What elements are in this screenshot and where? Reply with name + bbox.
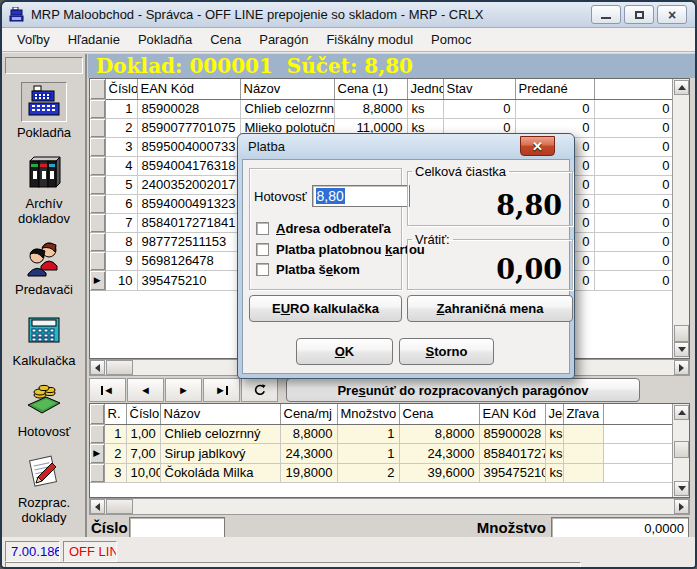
cell-extra: 0 [594,251,674,270]
total-amount-value: 8,80 [496,190,562,221]
change-group: Vrátiť: 0,00 [407,232,573,290]
people-icon [21,239,67,279]
cell-nazov: Čokoláda Milka [160,463,280,482]
checkbox-adresa-odberatela[interactable]: Adresa odberateľa [256,221,391,236]
maximize-button[interactable] [624,5,654,24]
cell-cislo: 1,00 [126,424,160,443]
euro-calculator-button[interactable]: EURO kalkulačka [249,295,402,322]
receipt-vertical-scrollbar[interactable] [672,404,689,497]
col-jednotka: Jednotka [407,79,443,99]
col-ean: EAN Kód [137,79,240,99]
close-button[interactable]: × [657,5,687,24]
hotovost-input[interactable]: 8,80 [312,185,410,207]
cell-cena: 24,3000 [399,443,479,463]
scroll-thumb[interactable] [674,325,689,342]
checkbox-icon [256,222,269,235]
minimize-button[interactable] [591,5,621,24]
scroll-down-button[interactable] [674,481,689,496]
cell-extra: 0 [594,232,674,251]
sidebar-item-predavaci[interactable]: Predavači [3,239,85,297]
close-icon: × [668,8,676,22]
sidebar: Pokladňa Archív dokl [3,54,87,537]
receipt-table-row[interactable]: ▶ 2 7,00 Sirup jablkový 24,3000 1 24,300… [90,443,674,463]
app-window: MRP Maloobchod - Správca - OFF LINE prep… [0,0,697,569]
move-to-open-receipts-button[interactable]: Presunúť do rozpracovaných paragónov [286,378,640,402]
menu-item[interactable]: Paragón [250,30,317,49]
foreign-currency-button[interactable]: Zahraničná mena [407,295,573,322]
next-record-button[interactable]: ► [165,378,202,402]
cell-ean: 8584017271841 [479,443,545,463]
cell-nazov: Sirup jablkový [160,443,280,463]
mnozstvo-input[interactable] [551,517,689,539]
scroll-right-button[interactable] [674,499,689,514]
receipt-table-row[interactable]: 1 1,00 Chlieb celozrnný 8,8000 1 8,8000 … [90,424,674,443]
total-amount-legend: Celková čiastka [412,164,509,179]
first-record-button[interactable]: ◄ [89,378,126,402]
dialog-title[interactable]: Platba [248,139,285,154]
scroll-left-button[interactable] [90,360,105,375]
ok-button[interactable]: OK [296,338,393,365]
items-vertical-scrollbar[interactable] [672,79,689,358]
refresh-button[interactable] [241,378,278,402]
menu-item[interactable]: Pokladňa [129,30,201,49]
total-amount-group: Celková čiastka 8,80 [407,164,573,226]
sidebar-label: Rozprac. doklady [4,495,84,525]
cislo-input[interactable] [129,517,225,539]
menu-item[interactable]: Pomoc [422,30,480,49]
cell-zlava [563,463,603,482]
scroll-up-button[interactable] [674,80,689,95]
scroll-left-button[interactable] [90,499,105,514]
cell-predane: 0 [515,99,594,118]
hint-status: Prechádzanie paragónu Enter oprava množs… [5,562,581,569]
window-title: MRP Maloobchod - Správca - OFF LINE prep… [31,7,484,22]
last-icon: ► [215,384,226,396]
scroll-up-button[interactable] [674,405,689,420]
cell-jed: ks [545,463,563,482]
scroll-right-button[interactable] [674,360,689,375]
minimize-icon [601,16,611,19]
cell-ean: 2400352002017 [137,175,240,194]
receipt-table-row[interactable]: 3 10,00 Čokoláda Milka 19,8000 2 39,6000… [90,463,674,482]
payment-options-group: Hotovosť 8,80 Adresa odberateľa Platba p… [249,168,402,290]
cell-r: 1 [104,424,126,443]
cell-ean: 395475210 [137,270,240,290]
col-nazov: Názov [240,79,334,99]
menu-item[interactable]: Cena [201,30,250,49]
scroll-thumb[interactable] [106,499,133,514]
menu-item[interactable]: Fiškálny modul [317,30,422,49]
menu-item[interactable]: Voľby [8,30,59,49]
cell-extra: 0 [594,194,674,213]
sidebar-item-rozprac[interactable]: Rozprac. doklady [3,452,85,525]
sidebar-item-pokladna[interactable]: Pokladňa [3,82,85,140]
sidebar-item-kalkulacka[interactable]: Kalkulačka [3,310,85,368]
sidebar-item-hotovost[interactable]: Hotovosť [3,381,85,439]
cell-jednotka: ks [407,99,443,118]
items-table-row[interactable]: 1 85900028 Chlieb celozrnný 8,8000 ks 0 … [90,99,674,118]
scroll-thumb[interactable] [106,360,133,375]
status-bar: 7.00.186 OFF LINI Prechádzanie paragónu … [2,537,695,567]
receipt-horizontal-scrollbar[interactable] [89,498,690,515]
cell-extra: 0 [594,156,674,175]
dialog-close-button[interactable]: ✕ [520,136,555,156]
cell-stav: 0 [443,99,515,118]
maximize-icon [635,11,644,19]
cell-ean: 8594004176318 [137,156,240,175]
col-zlava: Zľava [563,404,603,424]
previous-record-button[interactable]: ◄ [127,378,164,402]
checkbox-platba-kartou[interactable]: Platba platobnou kartou [256,242,425,257]
last-record-button[interactable]: ► [203,378,240,402]
sidebar-label: Predavači [4,282,84,297]
version-status: 7.00.186 [5,541,60,562]
menu-item[interactable]: Hľadanie [59,30,129,49]
sidebar-top-panel [5,57,83,74]
scroll-down-button[interactable] [674,342,689,357]
sidebar-item-archiv[interactable]: Archív dokladov [3,153,85,226]
cell-mnozstvo: 1 [337,424,399,443]
window-titlebar[interactable]: MRP Maloobchod - Správca - OFF LINE prep… [2,2,695,28]
receipt-header-row: R. Číslo Názov Cena/mj Množstvo Cena EAN… [90,404,674,424]
cancel-button[interactable]: Storno [399,338,494,365]
scroll-thumb[interactable] [674,441,689,458]
row-indicator-header [90,79,105,99]
checkbox-platba-sekom[interactable]: Platba šekom [256,262,360,277]
cell-extra: 0 [594,118,674,137]
